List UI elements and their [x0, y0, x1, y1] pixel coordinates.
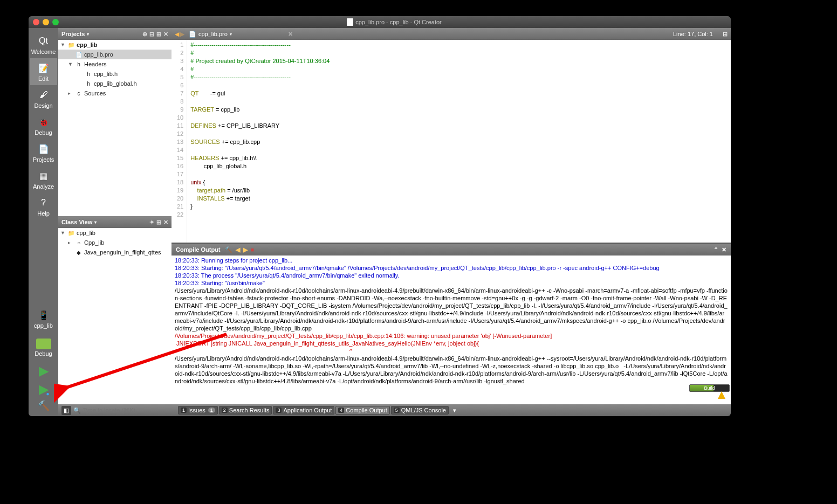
edit-icon: 📝	[37, 61, 50, 74]
minimize-button[interactable]	[43, 19, 49, 25]
mode-welcome[interactable]: QtWelcome	[30, 31, 57, 58]
editor-tabbar: ◀ ▶ 📄 cpp_lib.pro ▾ ✕ Line: 17, Col: 1 ⊞	[171, 28, 731, 40]
tree-item[interactable]: ◆Java_penguin_in_flight_qttes	[58, 247, 171, 257]
debug-icon: 🐞	[37, 115, 50, 128]
output-tab-compile-output[interactable]: 4Compile Output	[335, 406, 389, 415]
analyze-icon: ▦	[37, 169, 50, 182]
tree-item[interactable]: hcpp_lib.h	[58, 69, 171, 79]
file-icon: 📄	[189, 31, 196, 38]
close-output-icon[interactable]: ✕	[722, 246, 726, 253]
tree-item[interactable]: hcpp_lib_global.h	[58, 79, 171, 88]
output-tab-application-output[interactable]: 3Application Output	[273, 406, 334, 415]
nav-fwd-icon[interactable]: ▶	[180, 31, 184, 38]
titlebar: cpp_lib.pro - cpp_lib - Qt Creator	[29, 16, 731, 28]
phone-icon: 📱	[37, 308, 50, 321]
tree-item[interactable]: ▼📁cpp_lib	[58, 40, 171, 50]
mode-help[interactable]: ?Help	[30, 193, 57, 220]
cursor-position[interactable]: Line: 17, Col: 1	[673, 31, 713, 37]
maximize-output-icon[interactable]: ⌃	[713, 246, 718, 253]
sync-icon[interactable]: ⊟	[149, 31, 154, 38]
welcome-icon: Qt	[37, 34, 50, 47]
build-button[interactable]: 🔨	[38, 400, 50, 412]
design-icon: 🖌	[37, 88, 50, 101]
split-editor-icon[interactable]: ⊞	[723, 31, 728, 38]
more-outputs-icon[interactable]: ▾	[453, 407, 456, 414]
mode-analyze[interactable]: ▦Analyze	[30, 166, 57, 193]
locator[interactable]: 🔍	[73, 407, 170, 414]
tab-close-icon[interactable]: ✕	[288, 31, 293, 38]
tree-item[interactable]: ▼hHeaders	[58, 59, 171, 69]
search-icon: 🔍	[73, 407, 81, 414]
build-progress: Build	[689, 384, 730, 392]
locator-input[interactable]	[83, 407, 159, 413]
mode-design[interactable]: 🖌Design	[30, 85, 57, 112]
output-tab-qml/js-console[interactable]: 5QML/JS Console	[391, 406, 449, 415]
split-icon[interactable]: ⊞	[156, 219, 161, 226]
code-editor[interactable]: 12345678910111213141516171819202122 #---…	[171, 40, 731, 243]
document-icon	[347, 18, 353, 26]
projects-panel-header: Projects ▾ ⊕ ⊟ ⊞ ✕	[58, 28, 171, 40]
output-tab-search-results[interactable]: 2Search Results	[219, 406, 272, 415]
tree-item[interactable]: ▸cSources	[58, 88, 171, 98]
mode-edit[interactable]: 📝Edit	[30, 58, 57, 85]
tree-item[interactable]: 📄cpp_lib.pro	[58, 50, 171, 59]
run-button[interactable]: ▶	[39, 363, 49, 378]
statusbar: ◧ 🔍 1Issues12Search Results3Application …	[58, 404, 731, 416]
stop-icon[interactable]: ■	[251, 246, 255, 253]
hammer-icon[interactable]: 🔨	[225, 246, 232, 253]
tree-item[interactable]: ▼📁cpp_lib	[58, 228, 171, 238]
kit-selector[interactable]: 📱 cpp_lib	[30, 305, 57, 332]
classview-panel-header: Class View ▾ ✦ ⊞ ✕	[58, 216, 171, 228]
filter-icon[interactable]: ⊕	[142, 31, 147, 38]
prev-icon[interactable]: ◀	[236, 246, 240, 253]
close-panel-icon[interactable]: ✕	[163, 219, 168, 226]
mode-sidebar: QtWelcome📝Edit🖌Design🐞Debug📄Projects▦Ana…	[29, 28, 58, 416]
split-icon[interactable]: ⊞	[156, 31, 161, 38]
help-icon: ?	[37, 196, 50, 209]
output-tab-issues[interactable]: 1Issues1	[178, 406, 218, 415]
compile-output[interactable]: 18:20:33: Running steps for project cpp_…	[171, 256, 731, 404]
window-title: cpp_lib.pro - cpp_lib - Qt Creator	[62, 18, 726, 26]
debug-run-button[interactable]: ▶●	[39, 382, 49, 397]
next-icon[interactable]: ▶	[243, 246, 248, 253]
output-header: Compile Output 🔨 ◀ ▶ ■ ⌃ ✕	[171, 244, 731, 256]
class-tree[interactable]: ▼📁cpp_lib▸○Cpp_lib◆Java_penguin_in_fligh…	[58, 228, 171, 404]
project-tree[interactable]: ▼📁cpp_lib📄cpp_lib.pro▼hHeadershcpp_lib.h…	[58, 40, 171, 216]
tree-item[interactable]: ▸○Cpp_lib	[58, 238, 171, 247]
close-panel-icon[interactable]: ✕	[163, 31, 168, 38]
qtcreator-window: cpp_lib.pro - cpp_lib - Qt Creator QtWel…	[29, 16, 731, 416]
projects-icon: 📄	[37, 142, 50, 155]
filter-icon[interactable]: ✦	[149, 219, 154, 226]
close-button[interactable]	[33, 19, 39, 25]
nav-back-icon[interactable]: ◀	[175, 31, 179, 38]
mode-projects[interactable]: 📄Projects	[30, 139, 57, 166]
toggle-sidebar-icon[interactable]: ◧	[61, 406, 71, 415]
build-mode[interactable]: Debug	[30, 335, 57, 360]
android-icon	[36, 339, 51, 349]
maximize-button[interactable]	[52, 19, 59, 25]
mode-debug[interactable]: 🐞Debug	[30, 112, 57, 139]
editor-tab[interactable]: 📄 cpp_lib.pro ▾ ✕	[189, 31, 293, 38]
